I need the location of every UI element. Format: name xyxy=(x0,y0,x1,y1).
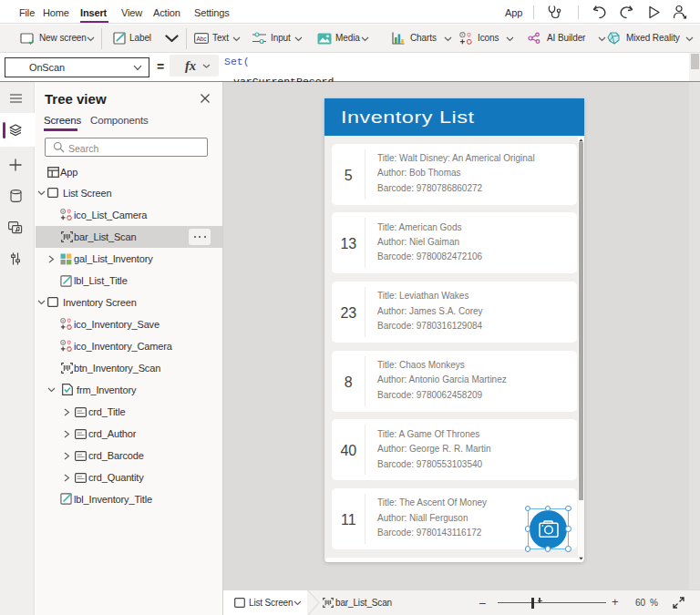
svg-text:Abc: Abc xyxy=(196,36,207,42)
